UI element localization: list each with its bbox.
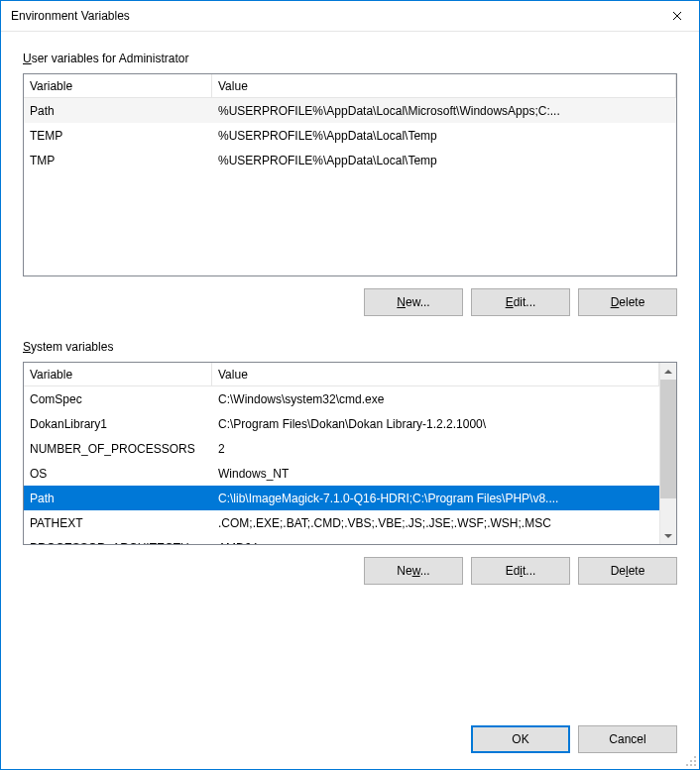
resize-grip-icon[interactable] [683, 753, 697, 767]
svg-point-5 [694, 764, 696, 766]
system-row-os[interactable]: OS Windows_NT [24, 461, 659, 486]
svg-point-3 [686, 764, 688, 766]
user-header-value[interactable]: Value [212, 74, 676, 97]
scroll-up-icon[interactable] [660, 363, 676, 380]
system-row-path[interactable]: Path C:\lib\ImageMagick-7.1.0-Q16-HDRI;C… [24, 486, 659, 510]
user-buttons-row: New... Edit... Delete [23, 288, 677, 316]
system-row-numproc[interactable]: NUMBER_OF_PROCESSORS 2 [24, 436, 659, 461]
user-row-temp[interactable]: TEMP %USERPROFILE%\AppData\Local\Temp [24, 123, 676, 148]
user-list-header: Variable Value [24, 74, 676, 98]
dialog-content: User variables for Administrator Variabl… [1, 32, 699, 706]
system-scrollbar[interactable] [659, 363, 676, 544]
titlebar: Environment Variables [1, 1, 699, 32]
system-row-pathext[interactable]: PATHEXT .COM;.EXE;.BAT;.CMD;.VBS;.VBE;.J… [24, 510, 659, 535]
ok-button[interactable]: OK [471, 725, 570, 753]
user-variables-label: User variables for Administrator [23, 52, 677, 65]
system-variables-group: System variables Variable Value ComSpec … [23, 340, 677, 585]
system-row-dokan[interactable]: DokanLibrary1 C:\Program Files\Dokan\Dok… [24, 411, 659, 436]
user-header-variable[interactable]: Variable [24, 74, 212, 97]
scroll-down-icon[interactable] [660, 527, 676, 544]
cancel-button[interactable]: Cancel [578, 725, 677, 753]
close-button[interactable] [654, 1, 699, 31]
system-header-value[interactable]: Value [212, 363, 659, 385]
user-edit-button[interactable]: Edit... [471, 288, 570, 316]
environment-variables-dialog: Environment Variables User variables for… [0, 0, 700, 770]
svg-point-0 [694, 756, 696, 758]
system-new-button[interactable]: New... [364, 557, 463, 585]
system-buttons-row: New... Edit... Delete [23, 557, 677, 585]
system-list-header: Variable Value [24, 363, 659, 386]
scroll-thumb[interactable] [660, 380, 676, 498]
user-row-tmp[interactable]: TMP %USERPROFILE%\AppData\Local\Temp [24, 148, 676, 172]
system-variables-list[interactable]: Variable Value ComSpec C:\Windows\system… [23, 362, 677, 545]
user-delete-button[interactable]: Delete [578, 288, 677, 316]
svg-point-4 [690, 764, 692, 766]
system-row-procarch[interactable]: PROCESSOR_ARCHITECTU... AMD64 [24, 535, 659, 544]
system-header-variable[interactable]: Variable [24, 363, 212, 385]
dialog-title: Environment Variables [11, 9, 130, 23]
dialog-footer: OK Cancel [1, 706, 699, 769]
system-row-comspec[interactable]: ComSpec C:\Windows\system32\cmd.exe [24, 386, 659, 411]
close-icon [672, 11, 682, 21]
user-row-path[interactable]: Path %USERPROFILE%\AppData\Local\Microso… [24, 98, 676, 123]
svg-point-2 [694, 760, 696, 762]
system-edit-button[interactable]: Edit... [471, 557, 570, 585]
user-new-button[interactable]: New... [364, 288, 463, 316]
system-variables-label: System variables [23, 340, 677, 354]
user-variables-group: User variables for Administrator Variabl… [23, 52, 677, 316]
svg-point-1 [690, 760, 692, 762]
system-delete-button[interactable]: Delete [578, 557, 677, 585]
user-variables-list[interactable]: Variable Value Path %USERPROFILE%\AppDat… [23, 73, 677, 276]
